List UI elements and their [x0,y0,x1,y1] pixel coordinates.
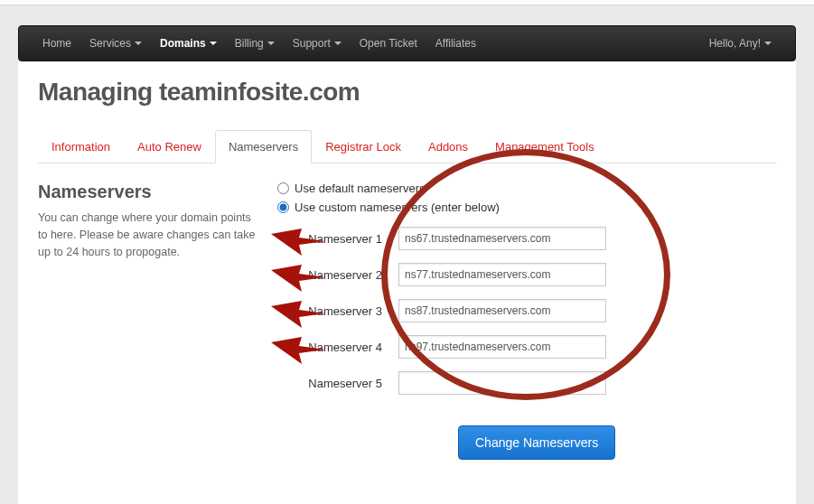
radio-default-nameservers[interactable] [277,182,289,194]
nav-item-billing[interactable]: Billing [226,37,284,50]
tab-label: Information [51,140,110,154]
nav-item-home[interactable]: Home [33,37,80,50]
nav-item-label: Home [42,37,71,50]
nameserver-1-input[interactable] [398,227,606,250]
nav-item-label: Support [293,37,331,50]
nav-item-domains[interactable]: Domains [151,37,226,50]
nameserver-label: Nameserver 5 [277,377,391,390]
nav-item-open-ticket[interactable]: Open Ticket [351,37,426,50]
nav-greeting: Hello, Any! [709,37,761,50]
nav-item-label: Billing [235,37,264,50]
nameserver-row-3: Nameserver 3 [277,299,776,322]
nav-item-label: Services [89,37,131,50]
tab-label: Registrar Lock [325,140,401,154]
tab-registrar-lock[interactable]: Registrar Lock [312,130,415,163]
change-nameservers-button[interactable]: Change Nameservers [458,425,615,460]
nameserver-row-5: Nameserver 5 [277,371,776,395]
tab-label: Addons [428,140,468,154]
chevron-down-icon [764,42,772,45]
radio-custom-label[interactable]: Use custom nameservers (enter below) [295,201,500,214]
nameserver-4-input[interactable] [398,335,606,359]
nameserver-row-2: Nameserver 2 [277,263,776,286]
nameserver-label: Nameserver 3 [277,304,391,318]
nameserver-label: Nameserver 2 [277,268,391,282]
chevron-down-icon [334,42,342,45]
nav-item-label: Open Ticket [360,37,417,50]
tab-information[interactable]: Information [38,130,124,163]
chevron-down-icon [267,42,275,45]
tab-label: Management Tools [495,140,594,154]
chevron-down-icon [135,42,142,45]
sidebar-text: You can change where your domain points … [38,210,259,260]
chevron-down-icon [210,42,217,45]
radio-custom-nameservers[interactable] [277,201,289,213]
page-title: Managing teaminfosite.com [38,78,776,107]
nameservers-sidebar: Nameservers You can change where your do… [38,182,259,460]
tab-bar: InformationAuto RenewNameserversRegistra… [38,130,776,163]
nav-item-support[interactable]: Support [284,37,351,50]
nameservers-form: Use default nameservers Use custom names… [277,182,776,460]
tab-nameservers[interactable]: Nameservers [215,130,312,163]
nav-item-services[interactable]: Services [80,37,151,50]
nav-left: HomeServicesDomainsBillingSupportOpen Ti… [33,37,485,50]
nameserver-row-1: Nameserver 1 [277,227,776,250]
nameserver-row-4: Nameserver 4 [277,335,776,359]
nav-item-label: Affiliates [435,37,476,50]
sidebar-heading: Nameservers [38,182,259,202]
radio-default-label[interactable]: Use default nameservers [295,182,426,195]
tab-label: Nameservers [229,140,298,154]
nameserver-label: Nameserver 4 [277,341,391,354]
tab-addons[interactable]: Addons [415,130,482,163]
tab-label: Auto Renew [137,140,201,154]
nav-item-affiliates[interactable]: Affiliates [426,37,485,50]
nav-item-label: Domains [160,37,206,50]
tab-auto-renew[interactable]: Auto Renew [124,130,215,163]
nameserver-label: Nameserver 1 [277,232,391,246]
page-body: Managing teaminfosite.com InformationAut… [18,61,796,504]
nav-user-menu[interactable]: Hello, Any! [700,37,781,50]
main-navbar: HomeServicesDomainsBillingSupportOpen Ti… [18,25,796,61]
nameserver-3-input[interactable] [398,299,606,322]
nameserver-5-input[interactable] [398,371,606,395]
tab-management-tools[interactable]: Management Tools [482,130,612,163]
nameserver-2-input[interactable] [398,263,606,286]
